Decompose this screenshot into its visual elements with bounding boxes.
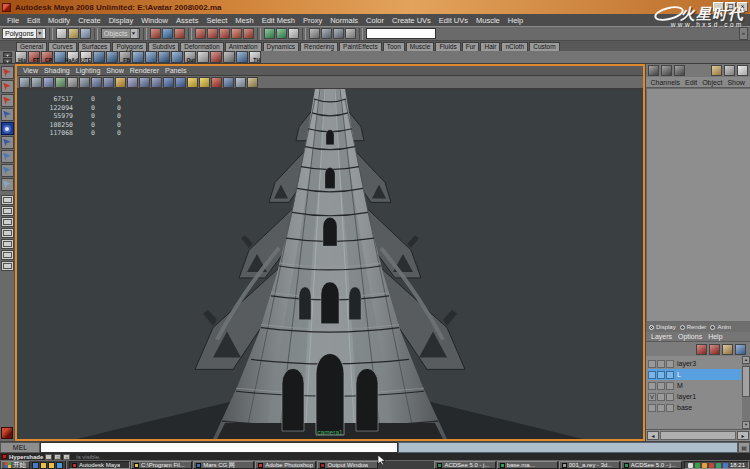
textured-icon[interactable]: [187, 77, 198, 88]
ime-tray-icon[interactable]: [723, 463, 728, 468]
universal-manipulator-tool[interactable]: [1, 150, 14, 163]
layer-menu-item[interactable]: Layers: [648, 333, 675, 340]
show-channel-layer-icon[interactable]: [674, 65, 685, 76]
bucket-shelf-icon[interactable]: [132, 51, 144, 63]
th-shelf-icon[interactable]: TH: [249, 51, 261, 63]
msn-tray-icon[interactable]: [695, 463, 700, 468]
pencil-shelf-icon[interactable]: [197, 51, 209, 63]
construction-history-icon[interactable]: [288, 28, 299, 39]
show-channel-box-icon[interactable]: [648, 65, 659, 76]
hypershade-titlebar[interactable]: Hypershade _ □ × is visible.: [0, 453, 750, 460]
shelf-tab[interactable]: Surfaces: [78, 42, 112, 51]
menu-item[interactable]: Edit Mesh: [258, 16, 299, 25]
user-tray-icon[interactable]: [709, 463, 714, 468]
viewport-canvas[interactable]: 6751700 12209400 5597900 10825000 117068…: [17, 89, 643, 439]
menu-item[interactable]: Select: [202, 16, 231, 25]
scrollbar-track[interactable]: [660, 431, 736, 440]
divider[interactable]: [257, 28, 261, 40]
move-layer-down-icon[interactable]: [709, 344, 720, 355]
divider[interactable]: [188, 28, 192, 40]
scroll-right-icon[interactable]: ►: [737, 431, 749, 440]
divider[interactable]: [359, 28, 363, 40]
divider[interactable]: [302, 28, 306, 40]
layer-display-type-checkbox[interactable]: [666, 404, 674, 412]
plugin-shading-icon[interactable]: [247, 77, 258, 88]
shelf-tab[interactable]: nCloth: [501, 42, 528, 51]
layer-vertical-scrollbar[interactable]: ▲ ▼: [742, 356, 750, 429]
task-autodesk-maya[interactable]: Autodesk Maya: [69, 461, 130, 469]
menu-item[interactable]: Muscle: [472, 16, 504, 25]
ipr-render-icon[interactable]: [333, 28, 344, 39]
folder2-quicklaunch-icon[interactable]: [48, 462, 55, 469]
poly-shelf-icon[interactable]: [210, 51, 222, 63]
cut-faces-shelf-icon[interactable]: [158, 51, 170, 63]
channel-box-menu-item[interactable]: Object: [700, 79, 725, 86]
shelf-tab[interactable]: Toon: [383, 42, 405, 51]
layout-custom-button[interactable]: [1, 261, 14, 271]
layout-persp-graph-button[interactable]: [1, 228, 14, 238]
panel-menu-item[interactable]: Shading: [41, 67, 73, 74]
title-bar[interactable]: Autodesk Maya 2008 Unlimited: E:\Avatar …: [0, 0, 750, 14]
shelf-tab[interactable]: Fur: [462, 42, 480, 51]
open-render-view-icon[interactable]: [309, 28, 320, 39]
rotate-tool[interactable]: [1, 122, 14, 135]
statusline-collapse-button[interactable]: «: [739, 27, 748, 40]
scroll-left-icon[interactable]: ◄: [647, 431, 659, 440]
scroll-up-icon[interactable]: ▲: [742, 356, 750, 364]
perspective-viewport[interactable]: ViewShadingLightingShowRendererPanels: [15, 64, 645, 441]
ft-shelf-icon[interactable]: FT: [28, 51, 40, 63]
channel-box-menu-item[interactable]: Edit: [683, 79, 700, 86]
divider[interactable]: [143, 28, 147, 40]
show-manipulator-tool[interactable]: [1, 178, 14, 191]
shelf-tab[interactable]: Subdivs: [148, 42, 179, 51]
snap-point-icon[interactable]: [219, 28, 230, 39]
film-gate-icon[interactable]: [91, 77, 102, 88]
select-object-icon[interactable]: [162, 28, 173, 39]
shelf-tab[interactable]: Animation: [225, 42, 262, 51]
grid-icon[interactable]: [79, 77, 90, 88]
paint-select-tool[interactable]: [1, 94, 14, 107]
layer-display-type-checkbox[interactable]: [666, 393, 674, 401]
layer-visibility-checkbox[interactable]: [648, 371, 656, 379]
menu-item[interactable]: Mesh: [231, 16, 257, 25]
maximize-button[interactable]: 口: [725, 2, 736, 12]
channel-box-menu-item[interactable]: Show: [725, 79, 748, 86]
layer-playback-checkbox[interactable]: [657, 404, 665, 412]
folder-quicklaunch-icon[interactable]: [40, 462, 47, 469]
select-camera-icon[interactable]: [19, 77, 30, 88]
isolate-select-icon[interactable]: [223, 77, 234, 88]
inputs-operations-icon[interactable]: [264, 28, 275, 39]
task-acdsee-1[interactable]: ACDSee 5.0 - j...: [434, 461, 495, 469]
soft-mod-tool[interactable]: [1, 164, 14, 177]
speed-fast-icon[interactable]: [737, 65, 748, 76]
sculpt-shelf-icon[interactable]: [236, 51, 248, 63]
field-chart-icon[interactable]: [127, 77, 138, 88]
task-mars-cg[interactable]: Mars CG 网: [193, 461, 254, 469]
history-shelf-icon[interactable]: His: [15, 51, 27, 63]
render-globals-icon[interactable]: [345, 28, 356, 39]
blank-shelf-icon[interactable]: [223, 51, 235, 63]
mirror-shelf-icon[interactable]: [93, 51, 105, 63]
scale-tool[interactable]: [1, 136, 14, 149]
snap-grid-icon[interactable]: [195, 28, 206, 39]
lights-icon[interactable]: [199, 77, 210, 88]
panel-menu-item[interactable]: Panels: [162, 67, 189, 74]
shelf-tab[interactable]: Rendering: [300, 42, 338, 51]
shelf-tab[interactable]: Fluids: [435, 42, 460, 51]
layer-row[interactable]: M: [648, 380, 741, 391]
gate-mask-icon[interactable]: [115, 77, 126, 88]
layer-menu-item[interactable]: Help: [705, 333, 725, 340]
script-editor-icon[interactable]: ▤: [738, 442, 750, 453]
open-scene-icon[interactable]: [68, 28, 79, 39]
menu-item[interactable]: Proxy: [299, 16, 326, 25]
wireframe-icon[interactable]: [163, 77, 174, 88]
shelf-tab[interactable]: Deformation: [180, 42, 223, 51]
start-button[interactable]: 开始: [1, 461, 30, 469]
channel-box-area[interactable]: [646, 88, 750, 322]
layer-visibility-checkbox[interactable]: [648, 382, 656, 390]
shelf-tab-arrow-icon[interactable]: ▼: [3, 52, 12, 57]
menu-item[interactable]: Normals: [326, 16, 362, 25]
mel-label[interactable]: MEL: [0, 442, 40, 453]
menu-item[interactable]: Create: [74, 16, 105, 25]
menu-item[interactable]: File: [3, 16, 23, 25]
